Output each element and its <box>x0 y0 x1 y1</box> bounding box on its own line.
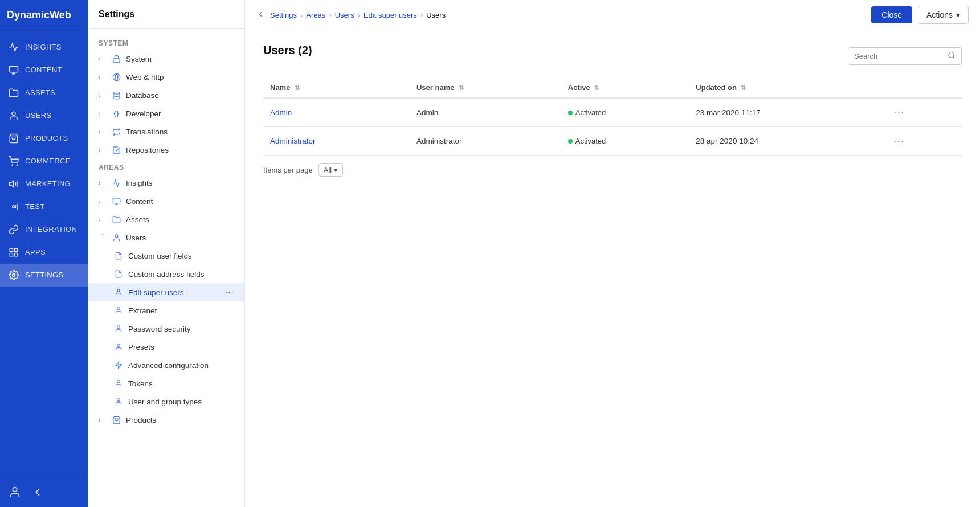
status-label: Activated <box>575 137 606 145</box>
nav-item-marketing[interactable]: Marketing <box>0 173 88 195</box>
nav-label-assets: Assets <box>25 88 55 97</box>
cell-username: Administrator <box>410 127 561 156</box>
sort-updated-icon: ⇅ <box>741 84 746 91</box>
sidebar-item-repositories[interactable]: › Repositories <box>88 141 244 159</box>
col-username[interactable]: User name ⇅ <box>410 77 561 98</box>
nav-items-list: Insights Content Assets Users Products <box>0 31 88 477</box>
content-icon <box>8 64 19 76</box>
password-security-icon <box>113 324 124 334</box>
nav-label-test: Test <box>25 202 44 211</box>
search-input[interactable] <box>854 52 944 60</box>
close-button[interactable]: Close <box>871 6 912 23</box>
sidebar-item-custom-address-fields[interactable]: Custom address fields <box>88 265 244 283</box>
sidebar-item-edit-super-users[interactable]: Edit super users ··· <box>88 283 244 301</box>
sidebar-item-custom-user-fields[interactable]: Custom user fields <box>88 247 244 265</box>
nav-item-users[interactable]: Users <box>0 104 88 127</box>
nav-item-apps[interactable]: Apps <box>0 241 88 264</box>
table-body: Admin Admin Activated 23 mar 2020 11:17 … <box>263 98 962 156</box>
svg-point-23 <box>117 289 120 292</box>
table-footer: Items per page All ▾ <box>263 156 962 179</box>
nav-item-content[interactable]: Content <box>0 59 88 81</box>
svg-marker-7 <box>10 181 14 187</box>
breadcrumb-sep-1: › <box>300 11 303 19</box>
sidebar-item-developer[interactable]: › {} Developer <box>88 104 244 122</box>
settings-icon <box>8 269 19 281</box>
sidebar-item-password-security[interactable]: Password security <box>88 320 244 338</box>
chevron-right-icon: › <box>99 92 107 99</box>
tokens-label: Tokens <box>128 379 234 388</box>
nav-item-settings[interactable]: Settings <box>0 264 88 287</box>
web-http-icon <box>111 72 121 82</box>
sidebar-item-system[interactable]: › System <box>88 50 244 68</box>
breadcrumb-edit-super-users[interactable]: Edit super users <box>364 11 417 19</box>
col-active[interactable]: Active ⇅ <box>561 77 689 98</box>
nav-item-commerce[interactable]: Commerce <box>0 150 88 173</box>
svg-point-8 <box>13 205 15 208</box>
breadcrumb-sep-4: › <box>420 11 423 19</box>
chevron-right-icon: › <box>99 216 107 223</box>
user-name-link[interactable]: Administrator <box>270 137 316 145</box>
back-button[interactable] <box>256 10 264 20</box>
section-areas-label: Areas <box>88 159 244 174</box>
edit-super-users-menu-icon[interactable]: ··· <box>225 287 234 297</box>
collapse-icon[interactable] <box>30 484 46 500</box>
chevron-right-icon: › <box>99 146 107 153</box>
products-area-label: Products <box>126 416 234 424</box>
extranet-label: Extranet <box>128 306 234 315</box>
sidebar-item-advanced-configuration[interactable]: Advanced configuration <box>88 356 244 374</box>
col-name[interactable]: Name ⇅ <box>263 77 410 98</box>
actions-button[interactable]: Actions ▾ <box>918 6 969 24</box>
nav-item-products[interactable]: Products <box>0 127 88 150</box>
chevron-down-icon: › <box>99 234 106 242</box>
sidebar-item-user-group-types[interactable]: User and group types <box>88 392 244 411</box>
sidebar-item-presets[interactable]: Presets <box>88 338 244 356</box>
nav-item-assets[interactable]: Assets <box>0 81 88 104</box>
cell-row-actions: ··· <box>883 98 962 127</box>
sidebar-item-content-area[interactable]: › Content <box>88 192 244 210</box>
sidebar-item-web-http[interactable]: › Web & http <box>88 68 244 86</box>
translations-item-label: Translations <box>126 128 234 136</box>
tokens-icon <box>113 378 124 389</box>
nav-label-commerce: Commerce <box>25 157 71 165</box>
row-actions-button[interactable]: ··· <box>890 134 908 148</box>
sidebar-item-tokens[interactable]: Tokens <box>88 374 244 392</box>
top-actions: Close Actions ▾ <box>871 6 969 24</box>
sidebar-item-extranet[interactable]: Extranet <box>88 301 244 320</box>
commerce-icon <box>8 156 19 167</box>
sidebar-item-assets-area[interactable]: › Assets <box>88 210 244 228</box>
search-box[interactable] <box>848 47 962 65</box>
svg-rect-9 <box>10 248 13 251</box>
sidebar-item-database[interactable]: › Database <box>88 86 244 104</box>
breadcrumb-sep-3: › <box>358 11 360 19</box>
nav-item-insights[interactable]: Insights <box>0 36 88 59</box>
database-icon <box>111 90 121 100</box>
items-per-page-select[interactable]: All ▾ <box>318 163 343 177</box>
nav-item-test[interactable]: Test <box>0 195 88 218</box>
search-icon <box>948 51 956 61</box>
nav-item-integration[interactable]: Integration <box>0 218 88 241</box>
cell-row-actions: ··· <box>883 127 962 156</box>
insights-area-icon <box>111 178 121 188</box>
products-icon <box>8 133 19 144</box>
sidebar-item-translations[interactable]: › Translations <box>88 122 244 141</box>
sort-username-icon: ⇅ <box>459 84 464 91</box>
sidebar-item-products-area[interactable]: › Products <box>88 411 244 429</box>
breadcrumb-areas[interactable]: Areas <box>306 11 325 19</box>
user-name-link[interactable]: Admin <box>270 108 292 117</box>
insights-icon <box>8 42 19 53</box>
cell-active: Activated <box>561 98 689 127</box>
chevron-right-icon: › <box>99 198 107 205</box>
assets-icon <box>8 87 19 99</box>
sidebar-item-users-area[interactable]: › Users <box>88 228 244 247</box>
row-actions-button[interactable]: ··· <box>890 105 908 120</box>
breadcrumb-settings[interactable]: Settings <box>270 11 297 19</box>
assets-area-label: Assets <box>126 215 234 224</box>
password-security-label: Password security <box>128 325 234 333</box>
user-profile-icon[interactable] <box>7 484 23 500</box>
app-logo: DynamicWeb <box>0 0 88 31</box>
items-per-page-value: All <box>324 166 332 174</box>
sidebar-item-insights-area[interactable]: › Insights <box>88 174 244 192</box>
nav-label-content: Content <box>25 66 62 74</box>
breadcrumb-users[interactable]: Users <box>335 11 354 19</box>
col-updated[interactable]: Updated on ⇅ <box>689 77 883 98</box>
